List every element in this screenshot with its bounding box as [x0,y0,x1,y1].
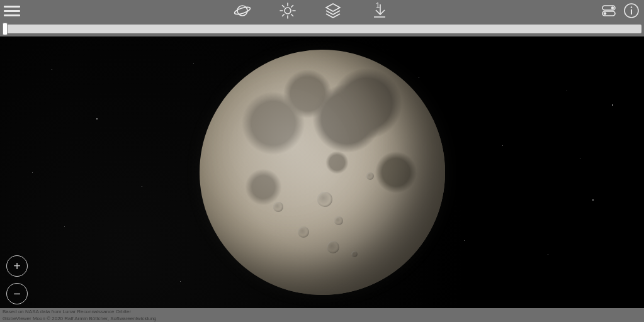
sun-icon[interactable] [279,2,297,19]
toolbar-right [600,2,640,19]
download-badge: 1 [375,2,380,10]
svg-line-8 [291,14,293,16]
svg-point-1 [234,6,251,16]
menu-button[interactable] [4,3,20,19]
planet-icon[interactable] [234,2,251,19]
settings-toggle-icon[interactable] [600,2,618,19]
top-toolbar: 1 [0,0,644,21]
time-slider-bar [0,21,644,36]
time-slider-track[interactable] [3,25,641,33]
svg-line-9 [282,14,284,16]
svg-marker-11 [326,4,340,11]
info-icon[interactable] [623,2,640,19]
time-slider-thumb[interactable] [3,23,8,35]
svg-point-2 [285,8,291,14]
zoom-in-button[interactable]: + [6,255,28,277]
moon-viewport[interactable] [0,36,644,308]
layers-icon[interactable] [324,2,342,19]
footer-line-1: Based on NASA data from Lunar Reconnaiss… [3,308,641,315]
svg-point-17 [604,12,606,14]
svg-point-15 [611,6,614,9]
svg-point-19 [631,6,632,8]
footer: Based on NASA data from Lunar Reconnaiss… [0,308,644,322]
download-icon[interactable]: 1 [370,2,387,19]
toolbar-center: 1 [20,2,600,19]
svg-line-10 [291,6,293,8]
zoom-out-button[interactable]: − [6,283,28,304]
footer-line-2: GlobeViewer Moon © 2020 Ralf Armin Böttc… [3,315,641,322]
zoom-controls: + − [6,255,28,304]
moon-globe[interactable] [200,50,445,295]
svg-line-7 [282,6,284,8]
